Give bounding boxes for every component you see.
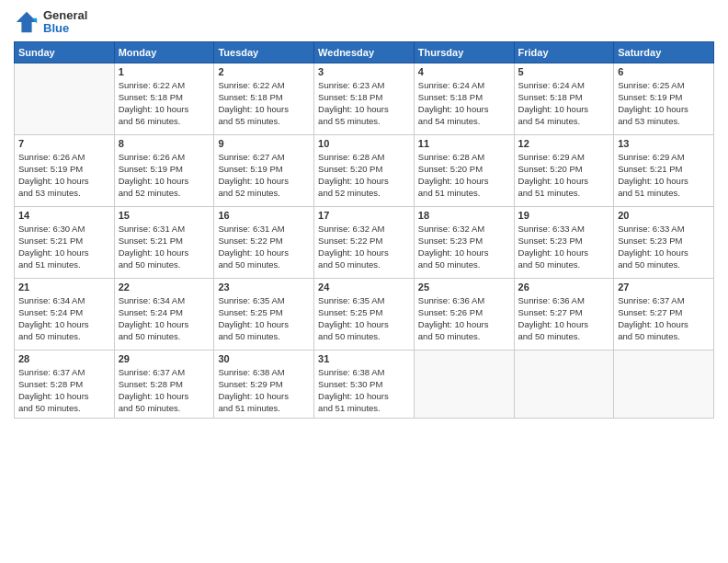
day-number: 11 [418, 138, 510, 149]
logo-general: General [43, 9, 87, 22]
day-number: 10 [318, 138, 410, 149]
day-number: 18 [418, 210, 510, 221]
day-number: 15 [119, 210, 210, 221]
day-info: Sunrise: 6:28 AM Sunset: 5:20 PM Dayligh… [318, 151, 410, 200]
calendar-cell: 7Sunrise: 6:26 AM Sunset: 5:19 PM Daylig… [15, 134, 115, 206]
calendar-cell: 6Sunrise: 6:25 AM Sunset: 5:19 PM Daylig… [614, 63, 714, 134]
day-number: 5 [518, 66, 610, 77]
calendar-cell: 24Sunrise: 6:35 AM Sunset: 5:25 PM Dayli… [314, 278, 415, 350]
day-number: 1 [119, 66, 210, 77]
day-number: 4 [418, 66, 510, 77]
day-info: Sunrise: 6:25 AM Sunset: 5:19 PM Dayligh… [618, 79, 710, 128]
calendar-cell: 15Sunrise: 6:31 AM Sunset: 5:21 PM Dayli… [114, 206, 214, 278]
week-row-2: 7Sunrise: 6:26 AM Sunset: 5:19 PM Daylig… [15, 134, 714, 206]
day-number: 27 [618, 282, 710, 293]
weekday-header-tuesday: Tuesday [214, 41, 314, 63]
day-info: Sunrise: 6:36 AM Sunset: 5:27 PM Dayligh… [518, 294, 610, 343]
calendar-header: SundayMondayTuesdayWednesdayThursdayFrid… [15, 41, 714, 63]
day-number: 21 [18, 282, 110, 293]
day-number: 23 [218, 282, 310, 293]
day-info: Sunrise: 6:38 AM Sunset: 5:29 PM Dayligh… [218, 366, 310, 415]
svg-marker-0 [17, 12, 37, 32]
calendar-cell: 11Sunrise: 6:28 AM Sunset: 5:20 PM Dayli… [414, 134, 514, 206]
week-row-5: 28Sunrise: 6:37 AM Sunset: 5:28 PM Dayli… [15, 350, 714, 418]
day-info: Sunrise: 6:34 AM Sunset: 5:24 PM Dayligh… [18, 294, 110, 343]
day-info: Sunrise: 6:31 AM Sunset: 5:22 PM Dayligh… [218, 223, 310, 271]
calendar-cell [614, 350, 714, 418]
day-info: Sunrise: 6:24 AM Sunset: 5:18 PM Dayligh… [518, 79, 610, 128]
calendar-cell: 23Sunrise: 6:35 AM Sunset: 5:25 PM Dayli… [214, 278, 314, 350]
day-info: Sunrise: 6:22 AM Sunset: 5:18 PM Dayligh… [218, 79, 310, 128]
day-info: Sunrise: 6:35 AM Sunset: 5:25 PM Dayligh… [318, 294, 410, 343]
day-info: Sunrise: 6:33 AM Sunset: 5:23 PM Dayligh… [518, 223, 610, 271]
calendar-cell: 9Sunrise: 6:27 AM Sunset: 5:19 PM Daylig… [214, 134, 314, 206]
day-info: Sunrise: 6:31 AM Sunset: 5:21 PM Dayligh… [119, 223, 210, 271]
day-number: 8 [119, 138, 210, 149]
weekday-header-saturday: Saturday [614, 41, 714, 63]
day-number: 7 [18, 138, 110, 149]
calendar-cell: 14Sunrise: 6:30 AM Sunset: 5:21 PM Dayli… [15, 206, 115, 278]
calendar-cell: 16Sunrise: 6:31 AM Sunset: 5:22 PM Dayli… [214, 206, 314, 278]
week-row-1: 1Sunrise: 6:22 AM Sunset: 5:18 PM Daylig… [15, 63, 714, 134]
day-number: 6 [618, 66, 710, 77]
day-info: Sunrise: 6:33 AM Sunset: 5:23 PM Dayligh… [618, 223, 710, 271]
day-info: Sunrise: 6:35 AM Sunset: 5:25 PM Dayligh… [218, 294, 310, 343]
day-number: 26 [518, 282, 610, 293]
day-number: 16 [218, 210, 310, 221]
calendar-cell: 13Sunrise: 6:29 AM Sunset: 5:21 PM Dayli… [614, 134, 714, 206]
day-number: 14 [18, 210, 110, 221]
day-number: 29 [119, 353, 210, 364]
calendar-cell [15, 63, 115, 134]
week-row-3: 14Sunrise: 6:30 AM Sunset: 5:21 PM Dayli… [15, 206, 714, 278]
calendar-cell: 21Sunrise: 6:34 AM Sunset: 5:24 PM Dayli… [15, 278, 115, 350]
day-info: Sunrise: 6:32 AM Sunset: 5:23 PM Dayligh… [418, 223, 510, 271]
calendar-table: SundayMondayTuesdayWednesdayThursdayFrid… [14, 41, 714, 419]
calendar-cell: 27Sunrise: 6:37 AM Sunset: 5:27 PM Dayli… [614, 278, 714, 350]
logo: General Blue [14, 9, 87, 36]
day-number: 12 [518, 138, 610, 149]
day-info: Sunrise: 6:27 AM Sunset: 5:19 PM Dayligh… [218, 151, 310, 200]
day-info: Sunrise: 6:30 AM Sunset: 5:21 PM Dayligh… [18, 223, 110, 271]
weekday-header-monday: Monday [114, 41, 214, 63]
calendar-cell: 3Sunrise: 6:23 AM Sunset: 5:18 PM Daylig… [314, 63, 415, 134]
page: General Blue SundayMondayTuesdayWednesda… [0, 0, 728, 563]
day-number: 17 [318, 210, 410, 221]
day-number: 25 [418, 282, 510, 293]
day-info: Sunrise: 6:34 AM Sunset: 5:24 PM Dayligh… [119, 294, 210, 343]
calendar-cell: 20Sunrise: 6:33 AM Sunset: 5:23 PM Dayli… [614, 206, 714, 278]
calendar-cell: 28Sunrise: 6:37 AM Sunset: 5:28 PM Dayli… [15, 350, 115, 418]
calendar-cell: 19Sunrise: 6:33 AM Sunset: 5:23 PM Dayli… [514, 206, 614, 278]
week-row-4: 21Sunrise: 6:34 AM Sunset: 5:24 PM Dayli… [15, 278, 714, 350]
day-info: Sunrise: 6:37 AM Sunset: 5:27 PM Dayligh… [618, 294, 710, 343]
logo-icon [14, 9, 40, 35]
day-number: 30 [218, 353, 310, 364]
calendar-cell: 4Sunrise: 6:24 AM Sunset: 5:18 PM Daylig… [414, 63, 514, 134]
calendar-cell: 12Sunrise: 6:29 AM Sunset: 5:20 PM Dayli… [514, 134, 614, 206]
calendar-cell: 31Sunrise: 6:38 AM Sunset: 5:30 PM Dayli… [314, 350, 415, 418]
day-number: 19 [518, 210, 610, 221]
day-number: 28 [18, 353, 110, 364]
weekday-header-sunday: Sunday [15, 41, 115, 63]
calendar-cell: 5Sunrise: 6:24 AM Sunset: 5:18 PM Daylig… [514, 63, 614, 134]
calendar-cell: 8Sunrise: 6:26 AM Sunset: 5:19 PM Daylig… [114, 134, 214, 206]
day-number: 22 [119, 282, 210, 293]
calendar-cell: 30Sunrise: 6:38 AM Sunset: 5:29 PM Dayli… [214, 350, 314, 418]
calendar-cell [514, 350, 614, 418]
calendar-cell: 1Sunrise: 6:22 AM Sunset: 5:18 PM Daylig… [114, 63, 214, 134]
calendar-cell: 10Sunrise: 6:28 AM Sunset: 5:20 PM Dayli… [314, 134, 415, 206]
day-info: Sunrise: 6:23 AM Sunset: 5:18 PM Dayligh… [318, 79, 410, 128]
day-info: Sunrise: 6:37 AM Sunset: 5:28 PM Dayligh… [18, 366, 110, 415]
day-info: Sunrise: 6:28 AM Sunset: 5:20 PM Dayligh… [418, 151, 510, 200]
weekday-header-thursday: Thursday [414, 41, 514, 63]
day-number: 13 [618, 138, 710, 149]
day-number: 9 [218, 138, 310, 149]
day-info: Sunrise: 6:24 AM Sunset: 5:18 PM Dayligh… [418, 79, 510, 128]
day-info: Sunrise: 6:29 AM Sunset: 5:20 PM Dayligh… [518, 151, 610, 200]
day-info: Sunrise: 6:36 AM Sunset: 5:26 PM Dayligh… [418, 294, 510, 343]
day-info: Sunrise: 6:26 AM Sunset: 5:19 PM Dayligh… [18, 151, 110, 200]
weekday-row: SundayMondayTuesdayWednesdayThursdayFrid… [15, 41, 714, 63]
logo-blue: Blue [43, 22, 87, 35]
calendar-cell: 25Sunrise: 6:36 AM Sunset: 5:26 PM Dayli… [414, 278, 514, 350]
logo-text: General Blue [43, 9, 87, 36]
day-number: 20 [618, 210, 710, 221]
